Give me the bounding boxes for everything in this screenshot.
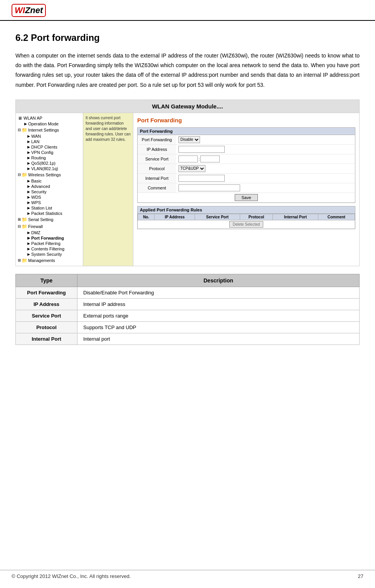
internet-settings-group: ▶WAN ▶LAN ▶DHCP Clients ▶VPN Config ▶Rou… — [16, 133, 83, 171]
sidebar-label-operation-mode: Operation Mode — [28, 122, 59, 126]
arrow-icon: ▶ — [27, 145, 30, 149]
sidebar-label-internet: Internet Settings — [28, 128, 59, 132]
sidebar-item-operation-mode[interactable]: ▶ Operation Mode — [16, 121, 83, 127]
port-forwarding-form-section: Port Forwarding Port Forwarding Disable … — [137, 127, 355, 203]
sidebar-item-system-security[interactable]: ▶System Security — [19, 252, 83, 257]
sidebar-group-firewall[interactable]: ⊟ 📁 Firewall — [16, 223, 83, 230]
sidebar-item-packet-statistics[interactable]: ▶Packet Statistics — [19, 211, 83, 216]
sidebar-item-packet-filtering[interactable]: ▶Packet Filtering — [19, 241, 83, 246]
label: WDS — [31, 195, 41, 199]
arrow-icon: ▶ — [27, 231, 30, 235]
sidebar-group-serial-setting[interactable]: ⊞ 📁 Serial Setting — [16, 216, 83, 223]
copyright-text: © Copyright 2012 WIZnet Co., Inc. All ri… — [12, 573, 131, 579]
sidebar-item-vpn-config[interactable]: ▶VPN Config — [19, 150, 83, 155]
arrow-icon: ▶ — [24, 122, 27, 126]
sidebar-label-firewall: Firewall — [28, 224, 43, 229]
internal-port-input[interactable] — [178, 175, 225, 182]
label: Routing — [31, 155, 46, 160]
screenshot-container: WLAN Gateway Module.... 🖥 WLAN AP ▶ Oper… — [15, 100, 360, 266]
sidebar-item-dhcp-clients[interactable]: ▶DHCP Clients — [19, 144, 83, 150]
sidebar-group-wireless-settings[interactable]: ⊟ 📁 Wireless Settings — [16, 171, 83, 178]
label: System Security — [31, 252, 62, 257]
table-row-save: Save — [138, 193, 355, 202]
label: Contents Filtering — [31, 247, 64, 251]
ip-address-label: IP Address — [138, 144, 176, 154]
plus-icon-serial: ⊞ — [18, 217, 21, 221]
label: VLAN(802.1q) — [31, 166, 58, 171]
arrow-icon: ▶ — [27, 134, 30, 138]
sidebar-item-routing[interactable]: ▶Routing — [19, 155, 83, 161]
desc-cell: Internal IP address — [77, 298, 360, 310]
arrow-icon: ▶ — [27, 156, 30, 160]
arrow-icon: ▶ — [27, 201, 30, 204]
sidebar-item-wps[interactable]: ▶WPS — [19, 200, 83, 205]
sidebar-label-mgmt: Managements — [28, 258, 55, 263]
service-port-start-input[interactable] — [178, 155, 198, 162]
save-cell: Save — [138, 193, 355, 202]
comment-input[interactable] — [178, 184, 240, 191]
applied-table: No. IP Address Service Port Protocol Int… — [138, 214, 355, 229]
body-text: When a computer on the internet sends da… — [15, 51, 360, 90]
monitor-icon: 🖥 — [18, 116, 22, 120]
col-ip: IP Address — [155, 214, 195, 220]
sidebar-item-lan[interactable]: ▶LAN — [19, 139, 83, 144]
label: QoS(802.1p) — [31, 161, 55, 166]
applied-table-header: No. IP Address Service Port Protocol Int… — [138, 214, 355, 220]
sidebar-item-contents-filtering[interactable]: ▶Contents Filtering — [19, 246, 83, 252]
type-cell: Service Port — [16, 310, 77, 321]
label: Packet Statistics — [31, 211, 62, 216]
sidebar-item-basic[interactable]: ▶Basic — [19, 178, 83, 184]
table-row-internal-port: Internal Port — [138, 173, 355, 183]
label: Port Forwarding — [31, 236, 64, 240]
delete-selected-button[interactable]: Delete Selected — [229, 221, 264, 228]
arrow-icon: ▶ — [27, 247, 30, 251]
sidebar-item-wan[interactable]: ▶WAN — [19, 133, 83, 139]
ip-address-input[interactable] — [178, 146, 225, 153]
logo-wi: WI — [15, 5, 25, 15]
service-port-label: Service Port — [138, 154, 176, 164]
sidebar-group-internet-settings[interactable]: ⊟ 📁 Internet Settings — [16, 127, 83, 133]
applied-section-title: Applied Port Forwarding Rules — [138, 206, 355, 214]
sidebar-item-advanced[interactable]: ▶Advanced — [19, 184, 83, 189]
arrow-icon: ▶ — [27, 242, 30, 245]
help-text: It shows current port forwarding informa… — [86, 116, 131, 142]
sidebar-item-security[interactable]: ▶Security — [19, 189, 83, 194]
port-forwarding-label: Port Forwarding — [138, 135, 176, 145]
service-port-end-input[interactable] — [200, 155, 220, 162]
arrow-icon: ▶ — [27, 195, 30, 199]
delete-cell: Delete Selected — [138, 220, 355, 228]
minus-icon-firewall: ⊟ — [18, 224, 21, 228]
footer: © Copyright 2012 WIZnet Co., Inc. All ri… — [0, 570, 375, 582]
save-button[interactable]: Save — [235, 194, 257, 201]
table-row: Service Port External ports range — [16, 310, 360, 321]
sidebar-item-dmz[interactable]: ▶DMZ — [19, 230, 83, 235]
desc-cell: Internal port — [77, 333, 360, 345]
protocol-select[interactable]: TCP&UDP TCP UDP — [178, 165, 205, 172]
sidebar-item-qos[interactable]: ▶QoS(802.1p) — [19, 161, 83, 166]
port-separator: : — [198, 157, 200, 161]
desc-table-body: Port Forwarding Disable/Enable Port Forw… — [16, 287, 360, 345]
port-forwarding-select[interactable]: Disable Enable — [178, 136, 200, 143]
panel-title: Port Forwarding — [137, 117, 355, 123]
type-cell: Port Forwarding — [16, 287, 77, 298]
sidebar-item-port-forwarding[interactable]: ▶Port Forwarding — [19, 235, 83, 241]
sidebar-item-station-list[interactable]: ▶Station List — [19, 205, 83, 211]
sidebar-item-wds[interactable]: ▶WDS — [19, 194, 83, 200]
desc-description-header: Description — [77, 274, 360, 287]
logo-znet: Znet — [25, 5, 43, 15]
sidebar-item-vlan[interactable]: ▶VLAN(802.1q) — [19, 166, 83, 171]
col-internal-port: Internal Port — [273, 214, 318, 220]
col-no: No. — [138, 214, 155, 220]
header: WIZnet — [0, 0, 375, 21]
applied-table-body: Delete Selected — [138, 220, 355, 228]
sidebar-label-serial: Serial Setting — [28, 217, 53, 222]
desc-header-row: Type Description — [16, 274, 360, 287]
sidebar-group-managements[interactable]: ⊞ 📁 Managements — [16, 257, 83, 264]
comment-label: Comment — [138, 183, 176, 193]
type-cell: IP Address — [16, 298, 77, 310]
arrow-icon: ▶ — [27, 167, 30, 171]
desc-cell: External ports range — [77, 310, 360, 321]
port-forwarding-value-cell: Disable Enable — [176, 135, 355, 145]
main-panel: Port Forwarding Port Forwarding Port For… — [133, 113, 359, 266]
arrow-icon: ▶ — [27, 140, 30, 144]
